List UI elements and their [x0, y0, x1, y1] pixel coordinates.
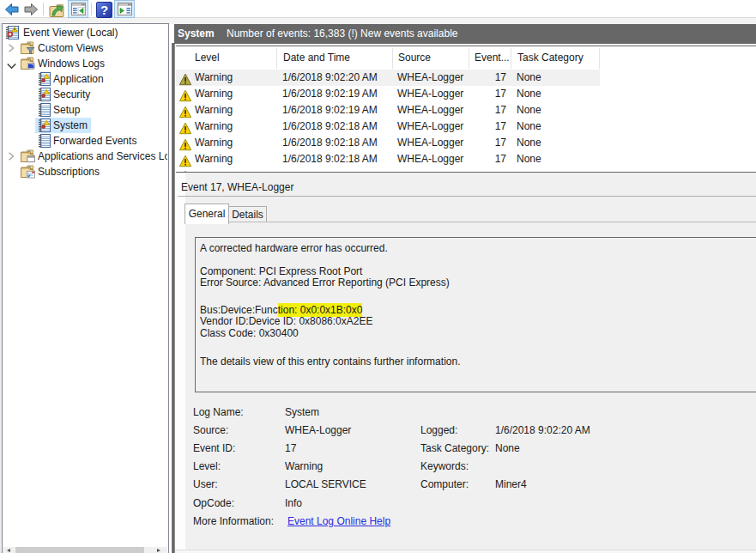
svg-text:?: ?	[100, 3, 108, 17]
